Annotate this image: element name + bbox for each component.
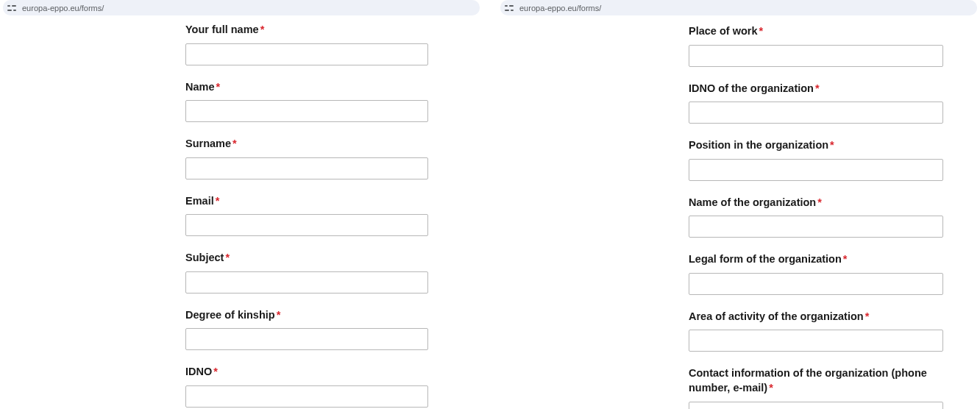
required-mark: *: [260, 24, 265, 35]
label-org-name: Name of the organization*: [689, 196, 943, 210]
label-position: Position in the organization*: [689, 138, 943, 153]
label-kinship: Degree of kinship*: [185, 308, 428, 323]
form-area-right: Place of work* IDNO of the organization*…: [497, 15, 980, 409]
required-mark: *: [216, 195, 220, 207]
label-idno: IDNO*: [185, 365, 428, 380]
site-settings-icon: [7, 4, 16, 12]
input-full-name[interactable]: [185, 43, 428, 65]
input-surname[interactable]: [185, 157, 428, 179]
left-panel: europa-eppo.eu/forms/ Your full name* Na…: [0, 0, 483, 409]
field-position: Position in the organization*: [689, 138, 943, 181]
input-name[interactable]: [185, 100, 428, 122]
required-mark: *: [830, 139, 834, 151]
label-surname: Surname*: [185, 137, 428, 152]
field-subject: Subject*: [185, 251, 428, 294]
input-idno[interactable]: [185, 385, 428, 408]
field-name: Name*: [185, 80, 428, 123]
input-activity-area[interactable]: [689, 330, 943, 352]
address-bar-right[interactable]: europa-eppo.eu/forms/: [500, 0, 977, 15]
label-legal-form: Legal form of the organization*: [689, 252, 943, 267]
input-position[interactable]: [689, 159, 943, 181]
required-mark: *: [759, 25, 763, 37]
site-settings-icon: [505, 4, 514, 12]
label-subject: Subject*: [185, 251, 428, 266]
label-activity-area: Area of activity of the organization*: [689, 310, 943, 324]
field-org-idno: IDNO of the organization*: [689, 82, 943, 124]
input-org-idno[interactable]: [689, 102, 943, 124]
input-legal-form[interactable]: [689, 273, 943, 295]
required-mark: *: [815, 82, 820, 94]
field-legal-form: Legal form of the organization*: [689, 252, 943, 295]
field-kinship: Degree of kinship*: [185, 308, 428, 351]
required-mark: *: [232, 138, 237, 149]
field-activity-area: Area of activity of the organization*: [689, 310, 943, 352]
field-full-name: Your full name*: [185, 23, 428, 65]
required-mark: *: [216, 81, 221, 93]
label-full-name: Your full name*: [185, 23, 428, 38]
field-surname: Surname*: [185, 137, 428, 179]
input-place-of-work[interactable]: [689, 45, 943, 67]
input-kinship[interactable]: [185, 328, 428, 350]
required-mark: *: [817, 196, 822, 208]
input-email[interactable]: [185, 214, 428, 236]
label-org-contact: Contact information of the organization …: [689, 366, 943, 395]
input-subject[interactable]: [185, 271, 428, 294]
address-bar-left[interactable]: europa-eppo.eu/forms/: [3, 0, 480, 15]
required-mark: *: [769, 382, 773, 394]
label-place-of-work: Place of work*: [689, 24, 943, 39]
input-org-contact[interactable]: [689, 402, 943, 410]
label-org-idno: IDNO of the organization*: [689, 82, 943, 96]
input-org-name[interactable]: [689, 216, 943, 238]
url-text: europa-eppo.eu/forms/: [519, 4, 601, 13]
required-mark: *: [213, 366, 218, 377]
required-mark: *: [277, 309, 281, 321]
field-org-contact: Contact information of the organization …: [689, 366, 943, 409]
field-email: Email*: [185, 194, 428, 237]
required-mark: *: [865, 310, 870, 322]
label-email: Email*: [185, 194, 428, 209]
field-org-name: Name of the organization*: [689, 196, 943, 238]
field-idno: IDNO*: [185, 365, 428, 408]
required-mark: *: [843, 253, 848, 265]
form-area-left: Your full name* Name* Surname* Email* Su…: [0, 15, 483, 409]
required-mark: *: [225, 252, 230, 263]
url-text: europa-eppo.eu/forms/: [22, 4, 104, 13]
label-name: Name*: [185, 80, 428, 95]
field-place-of-work: Place of work*: [689, 24, 943, 67]
right-panel: europa-eppo.eu/forms/ Place of work* IDN…: [497, 0, 980, 409]
